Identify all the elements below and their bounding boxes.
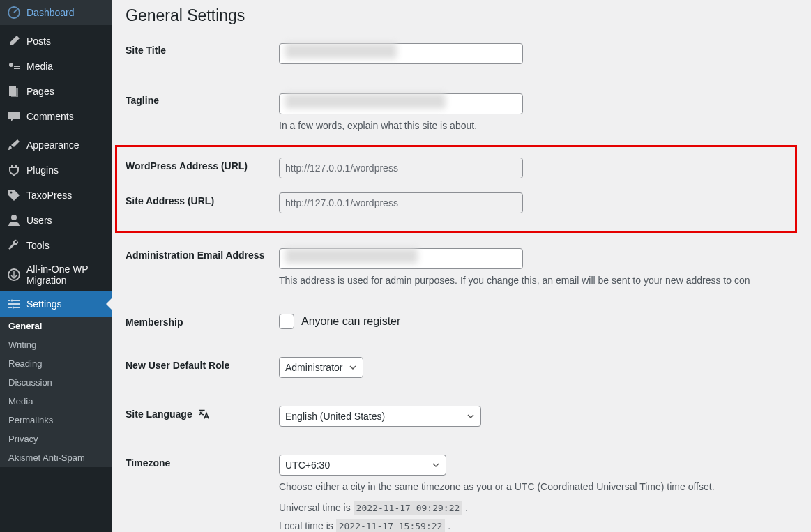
svg-point-4 xyxy=(10,192,13,194)
row-site-title: Site Title xyxy=(126,28,797,78)
timezone-help: Choose either a city in the same timezon… xyxy=(279,481,797,492)
submenu-item-media[interactable]: Media xyxy=(0,392,112,411)
row-default-role: New User Default Role Administrator xyxy=(126,343,797,392)
local-time-value: 2022-11-17 15:59:22 xyxy=(336,519,446,532)
sidebar-item-posts[interactable]: Posts xyxy=(0,29,112,54)
svg-point-5 xyxy=(11,215,17,220)
brush-icon xyxy=(7,138,21,152)
sidebar-item-settings[interactable]: Settings xyxy=(0,291,112,317)
sidebar-label: TaxoPress xyxy=(26,190,72,201)
admin-sidebar: Dashboard Posts Media Pages Comments App… xyxy=(0,0,112,532)
plug-icon xyxy=(7,163,21,177)
site-address-input[interactable] xyxy=(279,192,523,213)
svg-point-8 xyxy=(15,303,17,305)
sidebar-label: Dashboard xyxy=(26,7,75,18)
row-url-highlighted: WordPress Address (URL) Site Address (UR… xyxy=(115,145,797,233)
label-site-title: Site Title xyxy=(126,42,279,64)
submenu-item-reading[interactable]: Reading xyxy=(0,354,112,373)
submenu-item-privacy[interactable]: Privacy xyxy=(0,430,112,448)
sidebar-label: Media xyxy=(26,61,53,72)
default-role-select[interactable]: Administrator xyxy=(279,357,363,378)
submenu-item-discussion[interactable]: Discussion xyxy=(0,373,112,392)
row-membership: Membership Anyone can register xyxy=(126,300,797,343)
tag-icon xyxy=(7,188,21,202)
sidebar-label: Posts xyxy=(26,36,51,47)
site-language-select[interactable]: English (United States) xyxy=(279,406,481,427)
tagline-help: In a few words, explain what this site i… xyxy=(279,120,797,131)
pages-icon xyxy=(7,84,21,98)
sidebar-item-tools[interactable]: Tools xyxy=(0,233,112,258)
label-default-role: New User Default Role xyxy=(126,357,279,378)
submenu-item-writing[interactable]: Writing xyxy=(0,335,112,354)
membership-checkbox[interactable] xyxy=(279,314,294,329)
sidebar-item-media[interactable]: Media xyxy=(0,54,112,79)
sidebar-item-taxopress[interactable]: TaxoPress xyxy=(0,183,112,208)
universal-time-value: 2022-11-17 09:29:22 xyxy=(354,501,463,515)
row-timezone: Timezone UTC+6:30 Choose either a city i… xyxy=(126,441,797,532)
svg-point-9 xyxy=(13,307,15,309)
sidebar-label: Pages xyxy=(26,86,54,97)
sidebar-item-users[interactable]: Users xyxy=(0,208,112,233)
sliders-icon xyxy=(7,297,21,311)
label-site-language: Site Language xyxy=(126,406,279,427)
sidebar-label: Plugins xyxy=(26,165,59,176)
sidebar-label: Tools xyxy=(26,240,50,251)
label-tagline: Tagline xyxy=(126,92,279,131)
row-tagline: Tagline In a few words, explain what thi… xyxy=(126,78,797,145)
sidebar-label: Appearance xyxy=(26,139,79,151)
sidebar-item-migration[interactable]: All-in-One WP Migration xyxy=(0,258,112,291)
dashboard-icon xyxy=(7,6,21,20)
sidebar-item-dashboard[interactable]: Dashboard xyxy=(0,0,112,25)
sidebar-label: All-in-One WP Migration xyxy=(26,264,106,286)
settings-submenu: General Writing Reading Discussion Media… xyxy=(0,317,112,467)
admin-email-help: This address is used for admin purposes.… xyxy=(279,275,797,286)
sidebar-label: Settings xyxy=(26,298,62,310)
row-admin-email: Administration Email Address This addres… xyxy=(126,233,797,300)
user-icon xyxy=(7,213,21,227)
svg-rect-3 xyxy=(11,88,18,97)
main-content: General Settings Site Title Tagline In a… xyxy=(112,0,811,532)
sidebar-label: Users xyxy=(26,215,52,226)
redacted-value xyxy=(285,248,418,264)
submenu-item-general[interactable]: General xyxy=(0,317,112,335)
timezone-select[interactable]: UTC+6:30 xyxy=(279,455,446,476)
sidebar-item-comments[interactable]: Comments xyxy=(0,104,112,129)
row-site-language: Site Language English (United States) xyxy=(126,392,797,441)
submenu-item-akismet[interactable]: Akismet Anti-Spam xyxy=(0,448,112,467)
label-site-address: Site Address (URL) xyxy=(126,192,279,213)
svg-point-7 xyxy=(11,300,13,302)
label-timezone: Timezone xyxy=(126,455,279,531)
pin-icon xyxy=(7,34,21,48)
label-wp-address: WordPress Address (URL) xyxy=(126,158,279,178)
sidebar-item-appearance[interactable]: Appearance xyxy=(0,132,112,158)
comment-icon xyxy=(7,109,21,123)
local-time-text: Local time is 2022-11-17 15:59:22 . xyxy=(279,520,797,531)
media-icon xyxy=(7,59,21,73)
label-membership: Membership xyxy=(126,314,279,329)
page-title: General Settings xyxy=(126,0,797,28)
membership-checkbox-label: Anyone can register xyxy=(301,315,400,328)
universal-time-text: Universal time is 2022-11-17 09:29:22 . xyxy=(279,502,797,513)
migration-icon xyxy=(7,268,21,282)
wp-address-input[interactable] xyxy=(279,158,523,178)
wrench-icon xyxy=(7,238,21,252)
submenu-item-permalinks[interactable]: Permalinks xyxy=(0,411,112,430)
sidebar-item-pages[interactable]: Pages xyxy=(0,79,112,104)
translate-icon xyxy=(198,409,209,422)
redacted-value xyxy=(285,93,446,109)
svg-point-1 xyxy=(9,63,13,67)
sidebar-item-plugins[interactable]: Plugins xyxy=(0,158,112,183)
redacted-value xyxy=(285,43,397,59)
label-admin-email: Administration Email Address xyxy=(126,247,279,286)
sidebar-label: Comments xyxy=(26,111,74,122)
